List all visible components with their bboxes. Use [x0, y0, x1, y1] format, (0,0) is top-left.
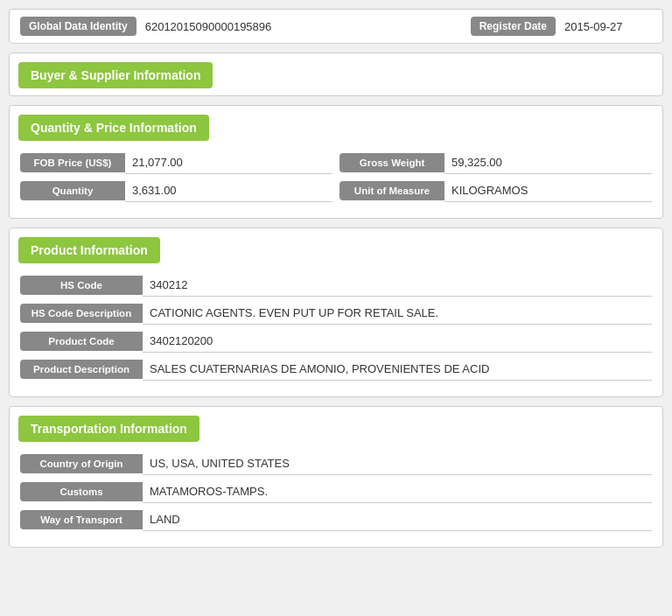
unit-of-measure-label: Unit of Measure — [340, 181, 444, 200]
product-section: Product Information HS Code 340212 HS Co… — [9, 228, 663, 397]
way-of-transport-label: Way of Transport — [20, 510, 143, 529]
quantity-value: 3,631.00 — [125, 179, 332, 202]
way-of-transport-row: Way of Transport LAND — [20, 508, 652, 531]
buyer-supplier-section: Buyer & Supplier Information — [9, 52, 663, 96]
transportation-fields: Country of Origin US, USA, UNITED STATES… — [10, 449, 662, 547]
hs-code-row: HS Code 340212 — [20, 274, 652, 297]
country-origin-label: Country of Origin — [20, 454, 143, 473]
transportation-title: Transportation Information — [18, 416, 200, 442]
hs-code-desc-value: CATIONIC AGENTS. EVEN PUT UP FOR RETAIL … — [143, 302, 652, 325]
product-title: Product Information — [18, 237, 160, 263]
product-desc-row: Product Description SALES CUATERNARIAS D… — [20, 358, 652, 381]
product-code-value: 3402120200 — [143, 330, 652, 353]
hs-code-value: 340212 — [143, 274, 652, 297]
register-date-label: Register Date — [471, 17, 556, 36]
customs-row: Customs MATAMOROS-TAMPS. — [20, 480, 652, 503]
quantity-price-title: Quantity & Price Information — [18, 115, 209, 141]
country-origin-value: US, USA, UNITED STATES — [143, 452, 652, 475]
page-wrapper: Global Data Identity 6201201509000019589… — [9, 9, 663, 548]
product-fields: HS Code 340212 HS Code Description CATIO… — [10, 270, 662, 396]
gross-weight-value: 59,325.00 — [444, 151, 652, 174]
fob-gross-row: FOB Price (US$) 21,077.00 Gross Weight 5… — [20, 151, 652, 174]
product-code-label: Product Code — [20, 332, 143, 351]
quantity-uom-row: Quantity 3,631.00 Unit of Measure KILOGR… — [20, 179, 652, 202]
unit-of-measure-value: KILOGRAMOS — [444, 179, 652, 202]
product-code-row: Product Code 3402120200 — [20, 330, 652, 353]
unit-of-measure-group: Unit of Measure KILOGRAMOS — [340, 179, 652, 202]
product-desc-value: SALES CUATERNARIAS DE AMONIO, PROVENIENT… — [143, 358, 652, 381]
fob-price-group: FOB Price (US$) 21,077.00 — [20, 151, 332, 174]
quantity-price-fields: FOB Price (US$) 21,077.00 Gross Weight 5… — [10, 148, 662, 218]
gross-weight-label: Gross Weight — [340, 153, 444, 172]
fob-price-value: 21,077.00 — [125, 151, 332, 174]
quantity-price-section: Quantity & Price Information FOB Price (… — [9, 105, 663, 219]
hs-code-label: HS Code — [20, 276, 143, 295]
country-origin-row: Country of Origin US, USA, UNITED STATES — [20, 452, 652, 475]
hs-code-desc-label: HS Code Description — [20, 304, 143, 323]
register-date-value: 2015-09-27 — [564, 20, 652, 33]
hs-code-desc-row: HS Code Description CATIONIC AGENTS. EVE… — [20, 302, 652, 325]
fob-price-label: FOB Price (US$) — [20, 153, 125, 172]
customs-value: MATAMOROS-TAMPS. — [143, 480, 652, 503]
quantity-group: Quantity 3,631.00 — [20, 179, 332, 202]
product-desc-label: Product Description — [20, 360, 143, 379]
buyer-supplier-title: Buyer & Supplier Information — [18, 62, 213, 88]
gross-weight-group: Gross Weight 59,325.00 — [340, 151, 652, 174]
transportation-section: Transportation Information Country of Or… — [9, 406, 663, 548]
global-data-label: Global Data Identity — [20, 17, 136, 36]
quantity-label: Quantity — [20, 181, 125, 200]
customs-label: Customs — [20, 482, 143, 501]
global-data-value: 62012015090000195896 — [145, 20, 462, 33]
way-of-transport-value: LAND — [143, 508, 652, 531]
identity-bar: Global Data Identity 6201201509000019589… — [9, 9, 663, 44]
